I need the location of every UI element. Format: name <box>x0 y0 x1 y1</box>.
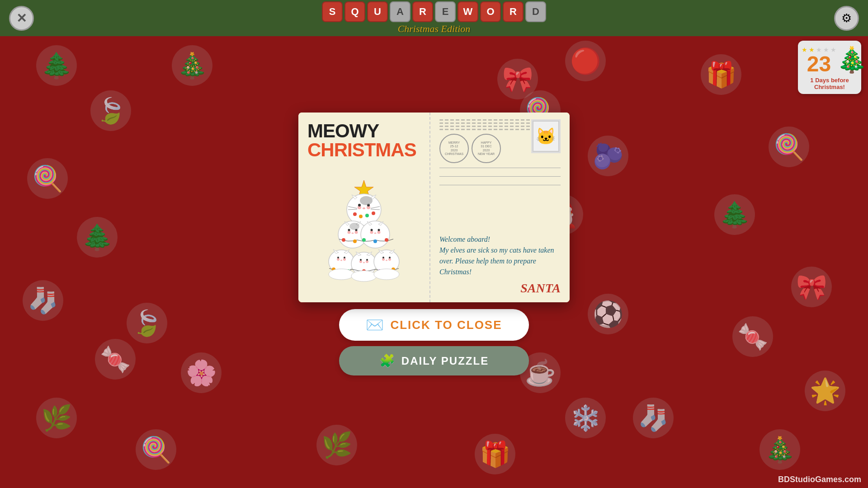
daily-puzzle-button[interactable]: 🧩 DAILY PUZZLE <box>339 346 529 375</box>
address-line-2 <box>439 176 561 177</box>
svg-point-19 <box>361 221 390 248</box>
stamp: 🐱 <box>531 119 561 153</box>
svg-point-61 <box>386 260 387 261</box>
svg-point-4 <box>358 204 361 206</box>
svg-point-14 <box>353 212 357 216</box>
svg-point-53 <box>366 259 368 261</box>
envelope-icon: ✉️ <box>366 316 384 333</box>
watermark: BDStudioGames.com <box>778 475 861 484</box>
svg-point-31 <box>378 229 380 231</box>
puzzle-button-label: DAILY PUZZLE <box>401 355 489 367</box>
svg-point-29 <box>377 231 381 234</box>
puzzle-icon: 🧩 <box>379 353 395 368</box>
svg-point-9 <box>363 207 365 209</box>
santa-signature: SANTA <box>439 281 561 296</box>
svg-point-38 <box>373 239 377 243</box>
svg-point-22 <box>348 229 350 231</box>
wavy-lines-area: MERRY25-122020CHRISTMAS HAPPY31 DEC2020N… <box>439 119 531 163</box>
buttons-area: ✉️ CLICK TO CLOSE 🧩 DAILY PUZZLE <box>339 309 529 375</box>
wavy-line-1 <box>439 119 531 121</box>
svg-point-20 <box>348 231 351 234</box>
svg-point-30 <box>371 229 373 231</box>
postcard-left: MEOWY CHRISTMAS <box>298 113 429 302</box>
address-line-1 <box>439 168 561 168</box>
svg-point-52 <box>360 259 362 261</box>
svg-point-15 <box>359 215 363 218</box>
postcard-message: Welcome aboard! My elves are sick so my … <box>439 234 561 277</box>
svg-point-36 <box>353 239 357 243</box>
svg-point-39 <box>385 238 388 242</box>
address-line-3 <box>439 185 561 185</box>
close-button-label: CLICK TO CLOSE <box>390 318 502 332</box>
svg-point-54 <box>363 262 365 263</box>
postcard: MEOWY CHRISTMAS <box>298 113 570 302</box>
svg-point-71 <box>374 269 399 280</box>
svg-point-37 <box>362 238 366 242</box>
modal-overlay: MEOWY CHRISTMAS <box>0 0 868 488</box>
svg-point-24 <box>352 233 354 234</box>
postmarks-row: MERRY25-122020CHRISTMAS HAPPY31 DEC2020N… <box>439 134 531 163</box>
christmas-title: CHRISTMAS <box>307 141 420 160</box>
svg-point-8 <box>360 196 373 205</box>
meowy-title: MEOWY <box>307 122 420 141</box>
wavy-line-2 <box>439 122 531 124</box>
svg-point-27 <box>349 223 359 230</box>
svg-point-32 <box>374 233 377 234</box>
wavy-line-4 <box>439 129 531 130</box>
svg-point-70 <box>351 271 377 282</box>
address-lines <box>439 168 561 227</box>
svg-point-47 <box>340 260 342 261</box>
svg-point-59 <box>382 257 384 258</box>
svg-point-45 <box>337 257 339 258</box>
click-to-close-button[interactable]: ✉️ CLICK TO CLOSE <box>339 309 529 341</box>
svg-point-35 <box>342 238 345 242</box>
svg-point-28 <box>370 231 373 234</box>
svg-point-69 <box>329 269 354 280</box>
svg-point-21 <box>355 231 358 234</box>
postmark-1: MERRY25-122020CHRISTMAS <box>439 134 469 163</box>
wavy-line-3 <box>439 126 531 127</box>
postcard-top-row: MERRY25-122020CHRISTMAS HAPPY31 DEC2020N… <box>439 119 561 163</box>
svg-point-60 <box>389 257 391 258</box>
svg-point-17 <box>372 211 375 215</box>
postcard-right: MERRY25-122020CHRISTMAS HAPPY31 DEC2020N… <box>429 113 570 302</box>
svg-point-16 <box>365 214 369 217</box>
postmark-2: HAPPY31 DEC2020NEW YEAR <box>472 134 501 163</box>
svg-point-46 <box>344 257 345 258</box>
cats-illustration <box>307 160 420 293</box>
